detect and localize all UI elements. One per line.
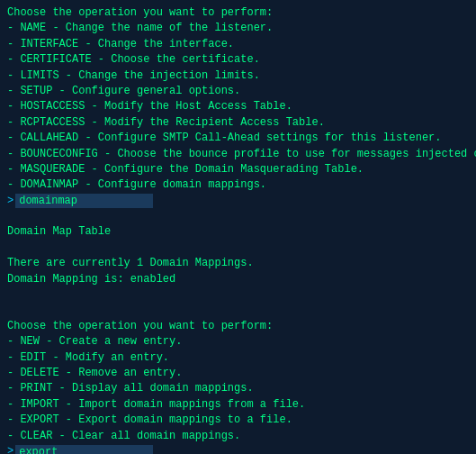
input-line-1[interactable]: > <box>7 194 469 209</box>
line-5: - LIMITS - Change the injection limits. <box>7 68 469 84</box>
line-edit: - EDIT - Modify an entry. <box>7 350 469 366</box>
line-delete: - DELETE - Remove an entry. <box>7 366 469 381</box>
line-8: - RCPTACCESS - Modify the Recipient Acce… <box>7 115 469 131</box>
line-12: - DOMAINMAP - Configure domain mappings. <box>7 177 469 193</box>
line-blank-4 <box>7 303 469 318</box>
line-1: Choose the operation you want to perform… <box>7 5 469 21</box>
prompt-1: > <box>7 194 13 209</box>
line-print: - PRINT - Display all domain mappings. <box>7 381 469 396</box>
line-new: - NEW - Create a new entry. <box>7 334 469 350</box>
line-7: - HOSTACCESS - Modify the Host Access Ta… <box>7 99 469 114</box>
line-4: - CERTIFICATE - Choose the certificate. <box>7 52 469 68</box>
line-enabled-1: Domain Mapping is: enabled <box>7 272 469 287</box>
terminal-window: Choose the operation you want to perform… <box>0 0 476 454</box>
line-11: - MASQUERADE - Configure the Domain Masq… <box>7 162 469 177</box>
prompt-2: > <box>7 444 13 454</box>
line-import: - IMPORT - Import domain mappings from a… <box>7 397 469 413</box>
line-2: - NAME - Change the name of the listener… <box>7 21 469 36</box>
line-blank-1 <box>7 209 469 224</box>
input-line-2[interactable]: > <box>7 444 469 454</box>
domainmap-input[interactable] <box>15 194 153 208</box>
line-10: - BOUNCECONFIG - Choose the bounce profi… <box>7 147 469 162</box>
line-export: - EXPORT - Export domain mappings to a f… <box>7 413 469 428</box>
line-9: - CALLAHEAD - Configure SMTP Call-Ahead … <box>7 131 469 146</box>
line-clear: - CLEAR - Clear all domain mappings. <box>7 429 469 444</box>
line-3: - INTERFACE - Change the interface. <box>7 37 469 52</box>
line-blank-3 <box>7 287 469 303</box>
line-domain-map-table-1: Domain Map Table <box>7 224 469 240</box>
export-input[interactable] <box>15 445 153 454</box>
line-choose-2: Choose the operation you want to perform… <box>7 319 469 334</box>
line-6: - SETUP - Configure general options. <box>7 84 469 99</box>
line-blank-2 <box>7 241 469 256</box>
line-count-1: There are currently 1 Domain Mappings. <box>7 256 469 271</box>
